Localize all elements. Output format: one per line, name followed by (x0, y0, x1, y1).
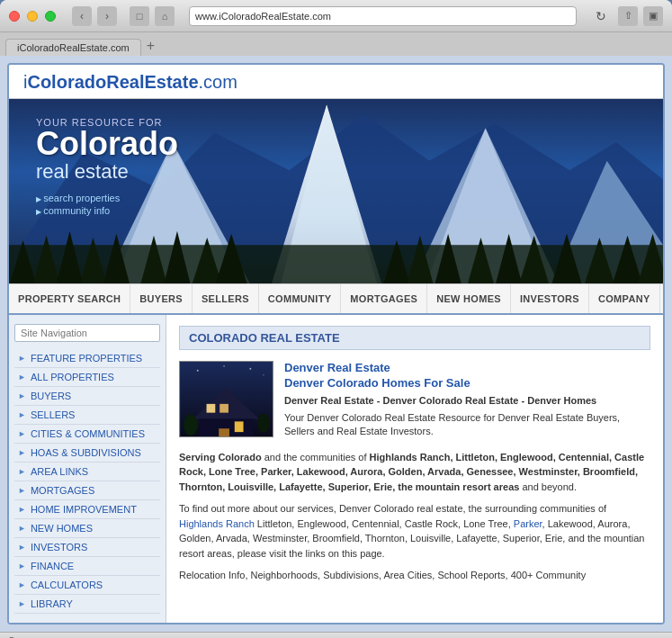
arrow-icon: ► (18, 467, 26, 476)
hero-community-link[interactable]: community info (36, 205, 178, 216)
svg-rect-37 (220, 404, 228, 413)
sidebar-item-hoas-subdivisions[interactable]: ► HOAS & SUBDIVISIONS (14, 444, 160, 463)
content-body: Serving Colorado and the communities of … (179, 450, 650, 583)
nav-item-company[interactable]: COMPANY (589, 284, 660, 313)
nav-item-sellers[interactable]: SELLERS (193, 284, 259, 313)
sidebar-item-home-improvement[interactable]: ► HOME IMPROVEMENT (14, 500, 160, 519)
listing-subtitle: Denver Real Estate - Denver Colorado Rea… (284, 395, 650, 406)
logo-estate: Estate (144, 72, 198, 92)
nav-item-mortgages[interactable]: MORTGAGES (341, 284, 427, 313)
nav-item-investors[interactable]: INVESTORS (511, 284, 589, 313)
svg-point-41 (257, 414, 270, 433)
sidebar-nav-input[interactable] (14, 324, 160, 342)
address-text: www.iColoradoRealEstate.com (195, 11, 331, 22)
sidebar-item-all-properties[interactable]: ► ALL PROPERTIES (14, 368, 160, 387)
logo-suffix: .com (199, 72, 237, 92)
svg-point-31 (223, 365, 225, 367)
featured-listing: Denver Real Estate Denver Colorado Homes… (179, 361, 650, 439)
parker-link[interactable]: Parker (514, 518, 542, 529)
listing-image (179, 361, 273, 437)
sidebar-item-sellers[interactable]: ► SELLERS (14, 406, 160, 425)
svg-rect-39 (219, 428, 229, 436)
sidebar-item-cities-communities[interactable]: ► CITIES & COMMUNITIES (14, 425, 160, 444)
hero-title-line1: Colorado (36, 128, 178, 160)
hero-links: search properties community info (36, 193, 178, 216)
logo-real: Real (106, 72, 144, 92)
arrow-icon: ► (18, 448, 26, 457)
arrow-icon: ► (18, 599, 26, 608)
sidebar-item-mortgages[interactable]: ► MORTGAGES (14, 481, 160, 500)
sidebar-item-new-homes[interactable]: ► NEW HOMES (14, 519, 160, 538)
page-content: iColoradoRealEstate.com (0, 56, 672, 632)
site-header: iColoradoRealEstate.com (9, 65, 663, 99)
toolbar-right: ⇧ ▣ (618, 6, 663, 26)
serving-colorado: Serving Colorado (179, 452, 262, 463)
share-icon[interactable]: ⇧ (618, 6, 638, 26)
hero-text-overlay: YOUR RESOURCE FOR Colorado real estate s… (36, 117, 178, 218)
windows-icon[interactable]: ▣ (643, 6, 663, 26)
forward-button[interactable]: › (97, 6, 117, 26)
site-wrapper: iColoradoRealEstate.com (7, 63, 665, 625)
content-area: COLORADO REAL ESTATE (166, 315, 663, 623)
arrow-icon: ► (18, 543, 26, 552)
arrow-icon: ► (18, 524, 26, 533)
nav-item-contact[interactable]: CONTACT (660, 284, 665, 313)
svg-rect-38 (235, 421, 244, 432)
content-para3: Relocation Info, Neighborhoods, Subdivis… (179, 568, 650, 583)
tab-bar: iColoradoRealEstate.com + (0, 32, 672, 56)
sidebar-item-buyers[interactable]: ► BUYERS (14, 387, 160, 406)
new-tab-button[interactable]: + (143, 38, 158, 54)
close-button[interactable] (9, 11, 20, 22)
arrow-icon: ► (18, 429, 26, 438)
arrow-icon: ► (18, 373, 26, 382)
sidebar-item-calculators[interactable]: ► CALCULATORS (14, 576, 160, 595)
highlands-ranch-link[interactable]: Highlands Ranch (179, 518, 255, 529)
minimize-button[interactable] (27, 11, 38, 22)
sidebar: ► FEATURE PROPERTIES ► ALL PROPERTIES ► … (9, 315, 166, 623)
listing-title: Denver Real Estate Denver Colorado Homes… (284, 361, 650, 391)
listing-desc: Your Denver Colorado Real Estate Resourc… (284, 411, 650, 439)
nav-item-new-homes[interactable]: NEW HOMES (427, 284, 511, 313)
page-icon[interactable]: □ (130, 6, 149, 26)
maximize-button[interactable] (45, 11, 56, 22)
refresh-icon[interactable]: ↻ (591, 6, 611, 26)
sidebar-item-investors[interactable]: ► INVESTORS (14, 538, 160, 557)
nav-item-property-search[interactable]: PROPERTY SEARCH (9, 284, 130, 313)
sidebar-item-feature-properties[interactable]: ► FEATURE PROPERTIES (14, 349, 160, 368)
arrow-icon: ► (18, 580, 26, 589)
sidebar-item-area-links[interactable]: ► AREA LINKS (14, 463, 160, 481)
main-body: ► FEATURE PROPERTIES ► ALL PROPERTIES ► … (9, 315, 663, 623)
content-section-title: COLORADO REAL ESTATE (179, 326, 650, 350)
hero-title-line2: real estate (36, 160, 178, 184)
svg-point-30 (197, 370, 199, 372)
site-logo: iColoradoRealEstate.com (23, 72, 649, 93)
nav-item-buyers[interactable]: BUYERS (130, 284, 193, 313)
sidebar-item-library[interactable]: ► LIBRARY (14, 595, 160, 614)
address-bar[interactable]: www.iColoradoRealEstate.com (189, 6, 577, 26)
hero-section: YOUR RESOURCE FOR Colorado real estate s… (9, 99, 663, 283)
nav-bar: PROPERTY SEARCH BUYERS SELLERS COMMUNITY… (9, 283, 663, 315)
arrow-icon: ► (18, 354, 26, 363)
svg-rect-36 (207, 404, 216, 413)
nav-item-community[interactable]: COMMUNITY (259, 284, 342, 313)
arrow-icon: ► (18, 562, 26, 571)
browser-window: ‹ › □ ⌂ www.iColoradoRealEstate.com ↻ ⇧ … (0, 0, 672, 638)
listing-info: Denver Real Estate Denver Colorado Homes… (284, 361, 650, 439)
listing-image-svg (180, 362, 273, 436)
svg-point-40 (184, 415, 198, 436)
browser-bottom-bar: Done (0, 632, 672, 638)
logo-colorado: Colorado (27, 72, 106, 92)
active-tab[interactable]: iColoradoRealEstate.com (5, 39, 141, 56)
hero-search-link[interactable]: search properties (36, 193, 178, 203)
home-icon[interactable]: ⌂ (155, 6, 175, 26)
content-para1: Serving Colorado and the communities of … (179, 450, 650, 495)
browser-titlebar: ‹ › □ ⌂ www.iColoradoRealEstate.com ↻ ⇧ … (0, 0, 672, 32)
content-para2: To find out more about our services, Den… (179, 501, 650, 561)
arrow-icon: ► (18, 410, 26, 419)
arrow-icon: ► (18, 505, 26, 514)
back-button[interactable]: ‹ (72, 6, 92, 26)
arrow-icon: ► (18, 391, 26, 400)
sidebar-item-finance[interactable]: ► FINANCE (14, 557, 160, 576)
svg-point-33 (263, 374, 264, 375)
arrow-icon: ► (18, 486, 26, 495)
